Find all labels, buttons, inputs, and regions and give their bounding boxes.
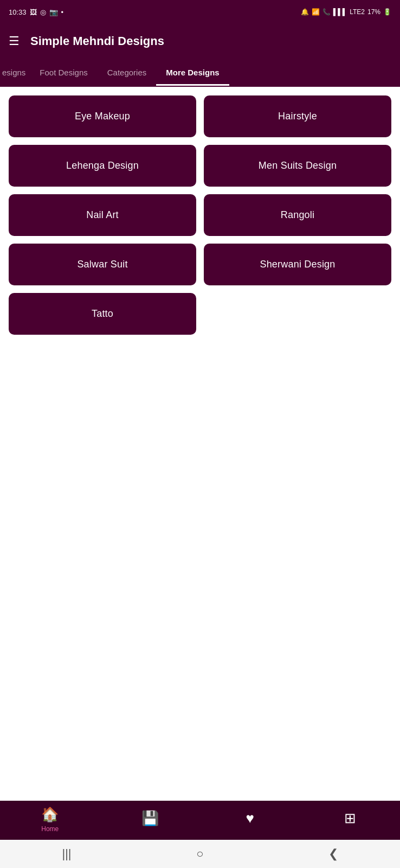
sys-recent-btn[interactable]: ||| — [56, 847, 78, 861]
category-salwar-suit[interactable]: Salwar Suit — [9, 244, 196, 285]
tab-foot-designs[interactable]: Foot Designs — [30, 59, 97, 86]
nav-grid[interactable]: ⊞ — [300, 810, 401, 829]
signal-strength: ▌▌▌ — [333, 8, 347, 16]
home-icon: 🏠 — [41, 806, 59, 823]
tab-designs[interactable]: esigns — [0, 59, 30, 86]
app-bar: ☰ Simple Mehndi Designs — [0, 24, 400, 59]
tab-more-designs[interactable]: More Designs — [156, 59, 229, 86]
category-tatto[interactable]: Tatto — [9, 293, 196, 335]
tab-bar: esigns Foot Designs Categories More Desi… — [0, 59, 400, 87]
category-rangoli[interactable]: Rangoli — [204, 194, 391, 236]
nav-home-label: Home — [41, 825, 59, 833]
nav-save[interactable]: 💾 — [100, 810, 201, 829]
category-grid: Eye Makeup Hairstyle Lehenga Design Men … — [9, 95, 391, 335]
category-sherwani-design[interactable]: Sherwani Design — [204, 244, 391, 285]
time: 10:33 — [9, 8, 27, 16]
heart-icon: ♥ — [246, 810, 254, 827]
nav-home[interactable]: 🏠 Home — [0, 806, 100, 833]
photo-icon: 🖼 — [30, 8, 37, 16]
category-eye-makeup[interactable]: Eye Makeup — [9, 95, 196, 137]
category-hairstyle[interactable]: Hairstyle — [204, 95, 391, 137]
category-lehenga-design[interactable]: Lehenga Design — [9, 145, 196, 187]
call-icon: 📞 — [322, 8, 331, 16]
category-nail-art[interactable]: Nail Art — [9, 194, 196, 236]
app-title: Simple Mehndi Designs — [30, 34, 164, 48]
status-bar: 10:33 🖼 ◎ 📷 • 🔔 📶 📞 ▌▌▌ LTE2 17% 🔋 — [0, 0, 400, 24]
lte-icon: LTE2 — [350, 8, 365, 16]
menu-icon[interactable]: ☰ — [9, 34, 20, 48]
status-right: 🔔 📶 📞 ▌▌▌ LTE2 17% 🔋 — [301, 8, 391, 16]
dot-icon: • — [61, 8, 64, 16]
nav-favorites[interactable]: ♥ — [200, 810, 300, 829]
battery-icon: 🔋 — [383, 8, 391, 16]
tab-categories[interactable]: Categories — [98, 59, 157, 86]
status-left: 10:33 🖼 ◎ 📷 • — [9, 8, 63, 16]
system-nav-bar: ||| ○ ❮ — [0, 840, 400, 868]
battery-pct: 17% — [367, 8, 380, 16]
bottom-nav: 🏠 Home 💾 ♥ ⊞ — [0, 801, 400, 840]
sys-back-btn[interactable]: ❮ — [322, 847, 344, 861]
content-area: Eye Makeup Hairstyle Lehenga Design Men … — [0, 87, 400, 801]
sys-home-btn[interactable]: ○ — [189, 847, 211, 861]
instagram-icon: 📷 — [49, 8, 58, 16]
signal-icon: ◎ — [40, 8, 46, 16]
save-icon: 💾 — [141, 810, 159, 827]
alarm-icon: 🔔 — [301, 8, 309, 16]
wifi-icon: 📶 — [312, 8, 320, 16]
category-men-suits-design[interactable]: Men Suits Design — [204, 145, 391, 187]
grid-icon: ⊞ — [344, 810, 356, 827]
